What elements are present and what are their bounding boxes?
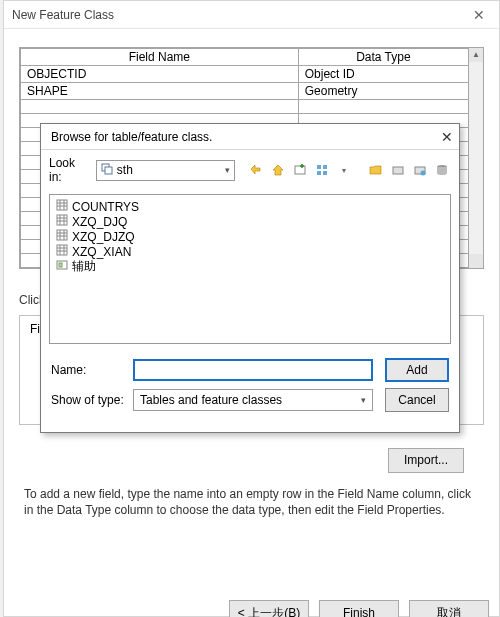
scroll-up-icon[interactable]: ▲ [469,48,483,62]
table-row[interactable]: SHAPEGeometry [21,83,469,100]
list-item-label: XZQ_DJQ [72,215,127,229]
name-input[interactable] [133,359,373,381]
show-type-value: Tables and feature classes [140,393,282,407]
list-view-icon[interactable] [313,161,331,179]
lookin-dropdown[interactable]: sth ▾ [96,160,235,181]
chevron-down-icon: ▾ [361,395,366,405]
show-type-label: Show of type: [51,393,133,407]
list-item[interactable]: XZQ_DJZQ [54,229,446,244]
svg-rect-4 [323,165,327,169]
svg-rect-21 [57,230,67,240]
browse-cancel-button[interactable]: Cancel [385,388,449,412]
wizard-nav: < 上一步(B) Finish 取消 [229,600,489,617]
help-text: To add a new field, type the name into a… [24,486,479,518]
browse-title: Browse for table/feature class. [51,130,212,144]
file-list[interactable]: COUNTRYSXZQ_DJQXZQ_DJZQXZQ_XIAN辅助 [49,194,451,344]
svg-rect-16 [57,215,67,225]
list-item-label: XZQ_DJZQ [72,230,135,244]
svg-rect-26 [57,245,67,255]
table-icon [56,214,68,229]
header-field-name[interactable]: Field Name [21,49,299,66]
new-item-icon[interactable] [291,161,309,179]
list-item-label: COUNTRYS [72,200,139,214]
data-type-cell[interactable]: Object ID [298,66,468,83]
svg-rect-11 [57,200,67,210]
svg-rect-6 [323,171,327,175]
table-icon [56,229,68,244]
browse-titlebar: Browse for table/feature class. ✕ [41,124,459,150]
scroll-down-icon[interactable] [469,254,483,268]
field-name-cell[interactable] [21,100,299,114]
data-type-cell[interactable] [298,100,468,114]
folder-icon[interactable] [389,161,407,179]
feature-icon [56,259,68,274]
list-item-label: 辅助 [72,258,96,275]
svg-rect-32 [59,263,62,267]
svg-rect-2 [295,166,305,174]
name-label: Name: [51,363,133,377]
show-type-dropdown[interactable]: Tables and feature classes ▾ [133,389,373,411]
folder-open-icon[interactable] [367,161,385,179]
back-button[interactable]: < 上一步(B) [229,600,309,617]
list-item[interactable]: 辅助 [54,259,446,274]
data-type-cell[interactable]: Geometry [298,83,468,100]
up-one-level-icon[interactable] [247,161,265,179]
table-icon [56,199,68,214]
close-button[interactable]: ✕ [459,1,499,29]
field-name-cell[interactable]: OBJECTID [21,66,299,83]
catalog-icon[interactable] [433,161,451,179]
table-icon [56,244,68,259]
browse-dialog: Browse for table/feature class. ✕ Look i… [40,123,460,433]
svg-rect-3 [317,165,321,169]
cancel-button[interactable]: 取消 [409,600,489,617]
svg-rect-1 [105,167,112,174]
browse-close-button[interactable]: ✕ [441,129,453,145]
connect-folder-icon[interactable] [411,161,429,179]
table-scrollbar[interactable]: ▲ [469,48,483,268]
table-row[interactable] [21,100,469,114]
lookin-value: sth [117,163,133,177]
chevron-down-icon[interactable]: ▾ [335,161,353,179]
titlebar: New Feature Class ✕ [4,1,499,29]
browse-toolbar: Look in: sth ▾ ▾ [41,150,459,190]
list-item[interactable]: XZQ_XIAN [54,244,446,259]
home-icon[interactable] [269,161,287,179]
window-title: New Feature Class [12,8,114,22]
chevron-down-icon: ▾ [225,165,230,175]
finish-button[interactable]: Finish [319,600,399,617]
header-data-type[interactable]: Data Type [298,49,468,66]
lookin-label: Look in: [49,156,88,184]
toolbar-separator [357,161,363,179]
import-button[interactable]: Import... [388,448,464,473]
table-row[interactable]: OBJECTIDObject ID [21,66,469,83]
svg-point-9 [421,171,426,176]
list-item[interactable]: XZQ_DJQ [54,214,446,229]
database-icon [101,163,113,178]
svg-rect-5 [317,171,321,175]
list-item[interactable]: COUNTRYS [54,199,446,214]
field-name-cell[interactable]: SHAPE [21,83,299,100]
list-item-label: XZQ_XIAN [72,245,131,259]
add-button[interactable]: Add [385,358,449,382]
svg-rect-7 [393,167,403,174]
